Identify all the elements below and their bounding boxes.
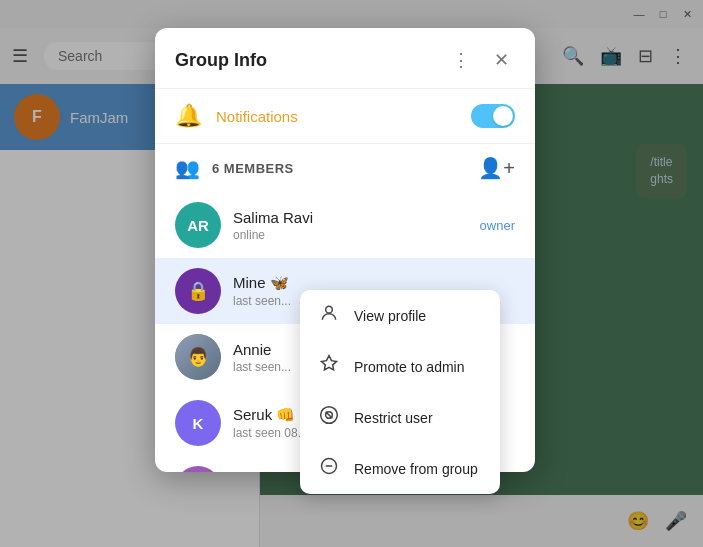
context-menu: View profile Promote to admin Restrict u… [300,290,500,494]
modal-more-button[interactable]: ⋮ [447,46,475,74]
promote-admin-icon [318,354,340,379]
context-remove-group[interactable]: Remove from group [300,443,500,494]
avatar: AR [175,202,221,248]
modal-header: Group Info ⋮ ✕ [155,28,535,88]
context-view-profile[interactable]: View profile [300,290,500,341]
avatar: 🔒 [175,268,221,314]
avatar: 👨 [175,334,221,380]
member-badge: owner [480,218,515,233]
remove-group-icon [318,456,340,481]
avatar: M [175,466,221,472]
member-item[interactable]: AR Salima Ravi online owner [155,192,535,258]
context-remove-group-label: Remove from group [354,461,478,477]
restrict-user-icon [318,405,340,430]
members-icon: 👥 [175,156,200,180]
context-view-profile-label: View profile [354,308,426,324]
notifications-toggle[interactable] [471,104,515,128]
members-count-label: 6 MEMBERS [212,161,466,176]
context-promote-admin[interactable]: Promote to admin [300,341,500,392]
modal-title: Group Info [175,50,267,71]
notifications-section: 🔔 Notifications [155,88,535,143]
add-member-button[interactable]: 👤+ [478,156,515,180]
bell-icon: 🔔 [175,103,202,129]
member-name: Salima Ravi [233,209,468,226]
notifications-label: Notifications [216,108,457,125]
modal-header-actions: ⋮ ✕ [447,46,515,74]
avatar: K [175,400,221,446]
context-restrict-user[interactable]: Restrict user [300,392,500,443]
view-profile-icon [318,303,340,328]
member-status: online [233,228,468,242]
context-restrict-user-label: Restrict user [354,410,433,426]
svg-point-0 [326,306,333,313]
member-info: Salima Ravi online [233,209,468,242]
context-promote-admin-label: Promote to admin [354,359,465,375]
toggle-knob [493,106,513,126]
members-section: 👥 6 MEMBERS 👤+ [155,143,535,192]
modal-close-button[interactable]: ✕ [487,46,515,74]
